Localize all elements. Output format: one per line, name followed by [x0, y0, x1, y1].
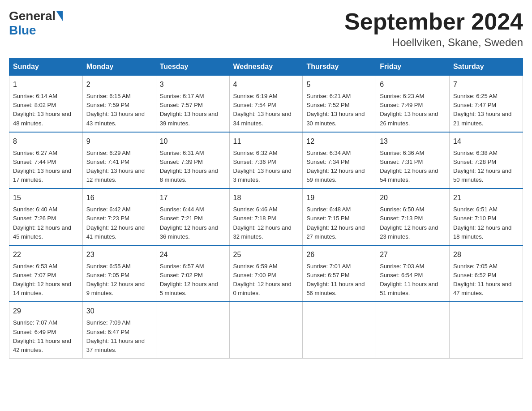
day-info: Sunrise: 6:59 AMSunset: 7:00 PMDaylight:…: [233, 262, 299, 298]
day-info: Sunrise: 7:05 AMSunset: 6:52 PMDaylight:…: [453, 262, 519, 298]
day-number: 4: [233, 79, 299, 90]
day-info: Sunrise: 6:23 AMSunset: 7:49 PMDaylight:…: [380, 92, 446, 128]
logo-general-text: General: [9, 9, 56, 23]
calendar-cell: 22Sunrise: 6:53 AMSunset: 7:07 PMDayligh…: [9, 245, 83, 302]
calendar-cell: 16Sunrise: 6:42 AMSunset: 7:23 PMDayligh…: [82, 188, 156, 245]
day-info: Sunrise: 6:15 AMSunset: 7:59 PMDaylight:…: [86, 92, 152, 128]
day-number: 8: [13, 136, 79, 147]
calendar-week-row: 1Sunrise: 6:14 AMSunset: 8:02 PMDaylight…: [9, 76, 523, 132]
calendar-cell: 26Sunrise: 7:01 AMSunset: 6:57 PMDayligh…: [303, 245, 376, 302]
day-of-week-header: Saturday: [450, 58, 523, 76]
calendar-cell: [450, 302, 523, 358]
day-info: Sunrise: 6:14 AMSunset: 8:02 PMDaylight:…: [13, 92, 79, 128]
calendar-cell: 18Sunrise: 6:46 AMSunset: 7:18 PMDayligh…: [229, 188, 303, 245]
day-number: 3: [160, 79, 226, 90]
day-of-week-header: Friday: [376, 58, 450, 76]
day-of-week-header: Sunday: [9, 58, 83, 76]
day-number: 30: [86, 306, 152, 317]
day-info: Sunrise: 6:21 AMSunset: 7:52 PMDaylight:…: [306, 92, 372, 128]
day-number: 22: [13, 249, 79, 260]
calendar-cell: 14Sunrise: 6:38 AMSunset: 7:28 PMDayligh…: [450, 132, 523, 189]
day-number: 24: [160, 249, 226, 260]
title-section: September 2024 Hoellviken, Skane, Sweden: [344, 9, 523, 49]
logo-triangle-icon: [56, 11, 63, 21]
day-info: Sunrise: 6:19 AMSunset: 7:54 PMDaylight:…: [233, 92, 299, 128]
day-info: Sunrise: 7:07 AMSunset: 6:49 PMDaylight:…: [13, 318, 79, 355]
calendar-week-row: 8Sunrise: 6:27 AMSunset: 7:44 PMDaylight…: [9, 132, 523, 189]
calendar-cell: 28Sunrise: 7:05 AMSunset: 6:52 PMDayligh…: [450, 245, 523, 302]
day-number: 12: [306, 136, 372, 147]
page-header: General Blue September 2024 Hoellviken, …: [9, 9, 523, 49]
calendar-cell: 25Sunrise: 6:59 AMSunset: 7:00 PMDayligh…: [229, 245, 303, 302]
calendar-cell: [303, 302, 376, 358]
calendar-cell: 29Sunrise: 7:07 AMSunset: 6:49 PMDayligh…: [9, 302, 83, 358]
day-number: 21: [453, 193, 519, 203]
day-info: Sunrise: 7:09 AMSunset: 6:47 PMDaylight:…: [86, 318, 152, 355]
day-number: 2: [86, 79, 152, 90]
calendar-cell: 20Sunrise: 6:50 AMSunset: 7:13 PMDayligh…: [376, 188, 450, 245]
calendar-cell: 6Sunrise: 6:23 AMSunset: 7:49 PMDaylight…: [376, 76, 450, 132]
day-number: 13: [380, 136, 446, 147]
day-of-week-header: Wednesday: [229, 58, 303, 76]
day-info: Sunrise: 6:29 AMSunset: 7:41 PMDaylight:…: [86, 149, 152, 185]
calendar-cell: [229, 302, 303, 358]
day-info: Sunrise: 6:44 AMSunset: 7:21 PMDaylight:…: [160, 205, 226, 241]
day-number: 28: [453, 249, 519, 260]
day-number: 19: [306, 193, 372, 203]
calendar-cell: 4Sunrise: 6:19 AMSunset: 7:54 PMDaylight…: [229, 76, 303, 132]
calendar-cell: 15Sunrise: 6:40 AMSunset: 7:26 PMDayligh…: [9, 188, 83, 245]
calendar-week-row: 29Sunrise: 7:07 AMSunset: 6:49 PMDayligh…: [9, 302, 523, 358]
day-info: Sunrise: 6:53 AMSunset: 7:07 PMDaylight:…: [13, 262, 79, 298]
day-info: Sunrise: 6:36 AMSunset: 7:31 PMDaylight:…: [380, 149, 446, 185]
day-info: Sunrise: 6:51 AMSunset: 7:10 PMDaylight:…: [453, 205, 519, 241]
day-number: 6: [380, 79, 446, 90]
day-number: 26: [306, 249, 372, 260]
calendar-cell: 17Sunrise: 6:44 AMSunset: 7:21 PMDayligh…: [156, 188, 229, 245]
calendar-table: SundayMondayTuesdayWednesdayThursdayFrid…: [9, 58, 523, 359]
day-number: 27: [380, 249, 446, 260]
calendar-cell: [376, 302, 450, 358]
day-info: Sunrise: 6:17 AMSunset: 7:57 PMDaylight:…: [160, 92, 226, 128]
day-info: Sunrise: 6:31 AMSunset: 7:39 PMDaylight:…: [160, 149, 226, 185]
day-info: Sunrise: 6:42 AMSunset: 7:23 PMDaylight:…: [86, 205, 152, 241]
day-of-week-header: Monday: [82, 58, 156, 76]
calendar-cell: 19Sunrise: 6:48 AMSunset: 7:15 PMDayligh…: [303, 188, 376, 245]
calendar-cell: 10Sunrise: 6:31 AMSunset: 7:39 PMDayligh…: [156, 132, 229, 189]
day-info: Sunrise: 6:50 AMSunset: 7:13 PMDaylight:…: [380, 205, 446, 241]
day-info: Sunrise: 7:01 AMSunset: 6:57 PMDaylight:…: [306, 262, 372, 298]
calendar-cell: 5Sunrise: 6:21 AMSunset: 7:52 PMDaylight…: [303, 76, 376, 132]
day-of-week-header: Thursday: [303, 58, 376, 76]
calendar-cell: 30Sunrise: 7:09 AMSunset: 6:47 PMDayligh…: [82, 302, 156, 358]
day-info: Sunrise: 6:57 AMSunset: 7:02 PMDaylight:…: [160, 262, 226, 298]
day-number: 18: [233, 193, 299, 203]
day-info: Sunrise: 6:34 AMSunset: 7:34 PMDaylight:…: [306, 149, 372, 185]
calendar-cell: 21Sunrise: 6:51 AMSunset: 7:10 PMDayligh…: [450, 188, 523, 245]
calendar-cell: 27Sunrise: 7:03 AMSunset: 6:54 PMDayligh…: [376, 245, 450, 302]
calendar-cell: 12Sunrise: 6:34 AMSunset: 7:34 PMDayligh…: [303, 132, 376, 189]
day-number: 23: [86, 249, 152, 260]
day-info: Sunrise: 6:25 AMSunset: 7:47 PMDaylight:…: [453, 92, 519, 128]
calendar-cell: [156, 302, 229, 358]
calendar-cell: 7Sunrise: 6:25 AMSunset: 7:47 PMDaylight…: [450, 76, 523, 132]
day-info: Sunrise: 6:46 AMSunset: 7:18 PMDaylight:…: [233, 205, 299, 241]
day-number: 10: [160, 136, 226, 147]
calendar-cell: 24Sunrise: 6:57 AMSunset: 7:02 PMDayligh…: [156, 245, 229, 302]
calendar-week-row: 22Sunrise: 6:53 AMSunset: 7:07 PMDayligh…: [9, 245, 523, 302]
day-number: 29: [13, 306, 79, 317]
day-number: 25: [233, 249, 299, 260]
day-info: Sunrise: 7:03 AMSunset: 6:54 PMDaylight:…: [380, 262, 446, 298]
day-info: Sunrise: 6:40 AMSunset: 7:26 PMDaylight:…: [13, 205, 79, 241]
day-number: 7: [453, 79, 519, 90]
day-number: 20: [380, 193, 446, 203]
calendar-cell: 8Sunrise: 6:27 AMSunset: 7:44 PMDaylight…: [9, 132, 83, 189]
day-number: 5: [306, 79, 372, 90]
calendar-cell: 23Sunrise: 6:55 AMSunset: 7:05 PMDayligh…: [82, 245, 156, 302]
day-info: Sunrise: 6:32 AMSunset: 7:36 PMDaylight:…: [233, 149, 299, 185]
location-title: Hoellviken, Skane, Sweden: [344, 36, 523, 49]
day-info: Sunrise: 6:38 AMSunset: 7:28 PMDaylight:…: [453, 149, 519, 185]
calendar-week-row: 15Sunrise: 6:40 AMSunset: 7:26 PMDayligh…: [9, 188, 523, 245]
calendar-cell: 3Sunrise: 6:17 AMSunset: 7:57 PMDaylight…: [156, 76, 229, 132]
calendar-cell: 11Sunrise: 6:32 AMSunset: 7:36 PMDayligh…: [229, 132, 303, 189]
day-number: 15: [13, 193, 79, 203]
day-info: Sunrise: 6:48 AMSunset: 7:15 PMDaylight:…: [306, 205, 372, 241]
